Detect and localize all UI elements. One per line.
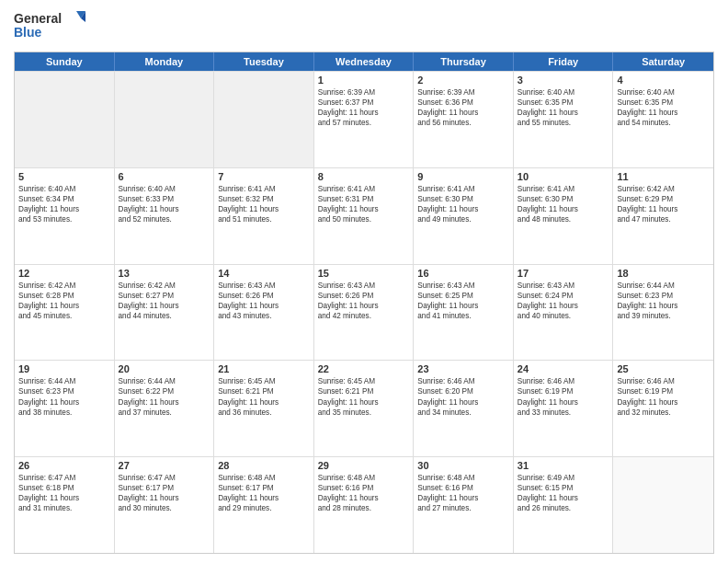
cell-info-line: and 35 minutes. — [318, 408, 410, 418]
calendar-week-2: 5Sunrise: 6:40 AMSunset: 6:34 PMDaylight… — [15, 167, 713, 264]
cell-info-line: Daylight: 11 hours — [119, 301, 210, 311]
cell-info-line: Sunrise: 6:42 AM — [18, 281, 110, 291]
cell-info-line: Sunrise: 6:43 AM — [318, 281, 410, 291]
cell-info-line: Sunrise: 6:39 AM — [318, 87, 410, 98]
cell-info-line: Daylight: 11 hours — [218, 397, 310, 408]
day-number: 18 — [617, 268, 710, 279]
day-cell-12: 12Sunrise: 6:42 AMSunset: 6:28 PMDayligh… — [15, 265, 115, 361]
cell-info-line: and 42 minutes. — [318, 311, 410, 321]
day-header-saturday: Saturday — [613, 52, 713, 71]
cell-info-line: Sunrise: 6:39 AM — [417, 87, 509, 98]
cell-info-line: Sunrise: 6:49 AM — [518, 473, 609, 483]
cell-info-line: Sunset: 6:23 PM — [18, 386, 110, 396]
cell-info-line: Daylight: 11 hours — [318, 204, 410, 214]
day-cell-29: 29Sunrise: 6:48 AMSunset: 6:16 PMDayligh… — [314, 457, 415, 553]
cell-info-line: Sunrise: 6:45 AM — [318, 376, 410, 386]
cell-info-line: Sunset: 6:17 PM — [119, 483, 210, 493]
cell-info-line: and 29 minutes. — [218, 503, 310, 513]
day-cell-17: 17Sunrise: 6:43 AMSunset: 6:24 PMDayligh… — [514, 265, 614, 361]
cell-info-line: Daylight: 11 hours — [617, 108, 710, 118]
cell-info-line: and 43 minutes. — [218, 311, 310, 321]
day-number: 26 — [18, 460, 110, 471]
cell-info-line: and 47 minutes. — [617, 214, 710, 224]
cell-info-line: and 28 minutes. — [318, 503, 410, 513]
day-number: 20 — [119, 363, 210, 374]
cell-info-line: and 34 minutes. — [417, 408, 509, 418]
cell-info-line: Sunrise: 6:40 AM — [518, 87, 609, 98]
cell-info-line: Daylight: 11 hours — [417, 493, 509, 503]
logo: General Blue — [14, 9, 87, 44]
day-number: 28 — [218, 460, 310, 471]
cell-info-line: Daylight: 11 hours — [417, 301, 509, 311]
day-number: 12 — [18, 268, 110, 279]
day-number: 9 — [417, 171, 509, 182]
cell-info-line: and 51 minutes. — [218, 214, 310, 224]
cell-info-line: Sunrise: 6:47 AM — [18, 473, 110, 483]
cell-info-line: Daylight: 11 hours — [617, 204, 710, 214]
cell-info-line: Daylight: 11 hours — [417, 397, 509, 408]
cell-info-line: Sunset: 6:29 PM — [617, 194, 710, 204]
day-header-thursday: Thursday — [414, 52, 514, 71]
cell-info-line: Sunset: 6:20 PM — [417, 386, 509, 396]
day-cell-11: 11Sunrise: 6:42 AMSunset: 6:29 PMDayligh… — [613, 168, 713, 264]
cell-info-line: Daylight: 11 hours — [218, 204, 310, 214]
cell-info-line: Sunrise: 6:48 AM — [318, 473, 410, 483]
cell-info-line: and 33 minutes. — [518, 408, 609, 418]
cell-info-line: Sunrise: 6:46 AM — [617, 376, 710, 386]
day-header-sunday: Sunday — [15, 52, 115, 71]
cell-info-line: Sunrise: 6:44 AM — [617, 281, 710, 291]
calendar-week-3: 12Sunrise: 6:42 AMSunset: 6:28 PMDayligh… — [15, 264, 713, 361]
day-cell-24: 24Sunrise: 6:46 AMSunset: 6:19 PMDayligh… — [514, 361, 614, 456]
cell-info-line: and 30 minutes. — [119, 503, 210, 513]
cell-info-line: and 39 minutes. — [617, 311, 710, 321]
cell-info-line: Sunset: 6:17 PM — [218, 483, 310, 493]
day-cell-4: 4Sunrise: 6:40 AMSunset: 6:35 PMDaylight… — [613, 72, 713, 167]
day-cell-16: 16Sunrise: 6:43 AMSunset: 6:25 PMDayligh… — [414, 265, 514, 361]
cell-info-line: Sunrise: 6:41 AM — [518, 184, 609, 194]
day-number: 25 — [617, 363, 710, 374]
cell-info-line: and 50 minutes. — [318, 214, 410, 224]
cell-info-line: and 40 minutes. — [518, 311, 609, 321]
day-cell-13: 13Sunrise: 6:42 AMSunset: 6:27 PMDayligh… — [115, 265, 215, 361]
cell-info-line: Sunset: 6:21 PM — [218, 386, 310, 396]
day-number: 30 — [417, 460, 509, 471]
day-cell-19: 19Sunrise: 6:44 AMSunset: 6:23 PMDayligh… — [15, 361, 115, 456]
cell-info-line: and 55 minutes. — [518, 118, 609, 128]
empty-cell — [613, 457, 713, 553]
cell-info-line: Sunrise: 6:44 AM — [119, 376, 210, 386]
cell-info-line: and 36 minutes. — [218, 408, 310, 418]
cell-info-line: Sunset: 6:25 PM — [417, 291, 509, 301]
cell-info-line: Sunset: 6:22 PM — [119, 386, 210, 396]
cell-info-line: and 45 minutes. — [18, 311, 110, 321]
cell-info-line: Daylight: 11 hours — [518, 301, 609, 311]
cell-info-line: Sunset: 6:26 PM — [318, 291, 410, 301]
day-number: 13 — [119, 268, 210, 279]
cell-info-line: Sunrise: 6:46 AM — [417, 376, 509, 386]
day-cell-31: 31Sunrise: 6:49 AMSunset: 6:15 PMDayligh… — [514, 457, 614, 553]
cell-info-line: Daylight: 11 hours — [417, 204, 509, 214]
cell-info-line: Sunrise: 6:46 AM — [518, 376, 609, 386]
cell-info-line: Sunset: 6:23 PM — [617, 291, 710, 301]
svg-text:General: General — [14, 11, 62, 26]
cell-info-line: Sunset: 6:31 PM — [318, 194, 410, 204]
cell-info-line: Sunset: 6:36 PM — [417, 98, 509, 108]
calendar-header: SundayMondayTuesdayWednesdayThursdayFrid… — [15, 52, 713, 71]
day-header-wednesday: Wednesday — [314, 52, 415, 71]
cell-info-line: Sunrise: 6:42 AM — [119, 281, 210, 291]
cell-info-line: Sunrise: 6:48 AM — [218, 473, 310, 483]
cell-info-line: Sunrise: 6:40 AM — [18, 184, 110, 194]
calendar-week-4: 19Sunrise: 6:44 AMSunset: 6:23 PMDayligh… — [15, 360, 713, 456]
cell-info-line: Sunset: 6:16 PM — [318, 483, 410, 493]
empty-cell — [15, 72, 115, 167]
day-number: 11 — [617, 171, 710, 182]
cell-info-line: Daylight: 11 hours — [18, 493, 110, 503]
cell-info-line: Sunrise: 6:44 AM — [18, 376, 110, 386]
cell-info-line: Sunset: 6:27 PM — [119, 291, 210, 301]
day-cell-3: 3Sunrise: 6:40 AMSunset: 6:35 PMDaylight… — [514, 72, 614, 167]
day-cell-30: 30Sunrise: 6:48 AMSunset: 6:16 PMDayligh… — [414, 457, 514, 553]
day-cell-21: 21Sunrise: 6:45 AMSunset: 6:21 PMDayligh… — [214, 361, 314, 456]
cell-info-line: Daylight: 11 hours — [518, 493, 609, 503]
cell-info-line: Sunrise: 6:47 AM — [119, 473, 210, 483]
cell-info-line: and 26 minutes. — [518, 503, 609, 513]
cell-info-line: Sunset: 6:19 PM — [617, 386, 710, 396]
